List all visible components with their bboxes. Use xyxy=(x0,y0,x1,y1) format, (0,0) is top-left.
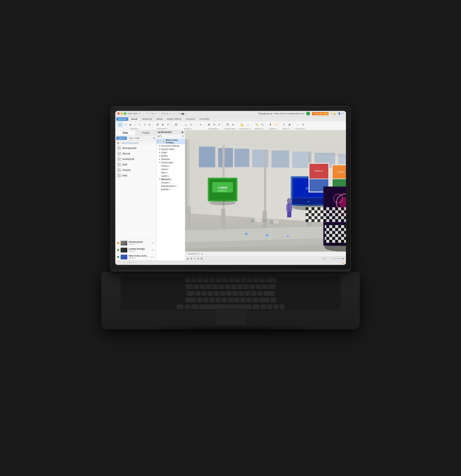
browser-item[interactable]: Lantia 1 xyxy=(157,174,185,178)
browser-item[interactable]: Otso 1 xyxy=(157,171,185,174)
close-button[interactable] xyxy=(117,112,120,115)
list-item[interactable]: Kiinteä pysäri 9/12/23 V1 xyxy=(115,240,156,247)
key-caps[interactable] xyxy=(187,291,194,296)
subscribe-button[interactable]: Subscribe Now xyxy=(312,112,329,115)
create-torus-icon[interactable]: ○ xyxy=(133,122,137,127)
key[interactable] xyxy=(269,284,276,289)
key-down[interactable] xyxy=(273,305,278,309)
tool-btn-2[interactable]: ▷ xyxy=(120,261,123,264)
key[interactable] xyxy=(245,291,250,296)
key-option-right[interactable] xyxy=(261,305,266,309)
key[interactable] xyxy=(228,278,234,283)
nav-pause-btn[interactable]: ⏸ xyxy=(194,257,196,260)
browser-item[interactable]: Divaani 1 xyxy=(157,181,185,184)
key[interactable] xyxy=(257,291,263,296)
key-cmd[interactable] xyxy=(191,305,198,309)
key[interactable] xyxy=(219,284,224,289)
list-item[interactable]: kyltit xyxy=(115,162,156,168)
browser-item[interactable]: ▸ Bodies xyxy=(157,154,185,158)
tab-plastic[interactable]: PLASTIC xyxy=(184,117,197,121)
position-icon2[interactable]: ⊕ xyxy=(301,122,305,127)
key[interactable] xyxy=(194,284,199,289)
automate-icon1[interactable]: ⚙ xyxy=(155,122,161,128)
modify-more-icon[interactable]: ⊕ xyxy=(199,122,203,127)
key[interactable] xyxy=(212,284,218,289)
key-backspace[interactable] xyxy=(266,278,276,283)
design-dropdown[interactable]: DESIGN xyxy=(116,117,129,121)
key-left[interactable] xyxy=(267,305,272,309)
tool-btn-right-2[interactable]: 🔔 xyxy=(342,261,345,264)
list-item[interactable]: Lumme Energia 9/12/23 V1 xyxy=(115,247,156,254)
home-icon[interactable]: 🏠 xyxy=(117,142,119,144)
nav-prev-btn[interactable]: |◀ xyxy=(187,257,189,260)
tab-sheet-metal[interactable]: SHEET METAL xyxy=(165,117,184,121)
key[interactable] xyxy=(203,298,208,303)
viewport-3d[interactable]: TOP FRONT RIGHT ⌂ ⊡ 👁 xyxy=(185,130,346,261)
breadcrumb-link[interactable]: West Arena portal xyxy=(122,142,139,144)
key[interactable] xyxy=(210,278,215,283)
tool-btn-3[interactable]: ⊡ xyxy=(124,261,127,264)
tab-data[interactable]: Data xyxy=(115,130,136,135)
modify-chamfer-icon[interactable]: ◺ xyxy=(184,122,189,127)
tool-btn-right-1[interactable]: ⚙ xyxy=(338,261,341,264)
nav-last-btn[interactable]: ▶| xyxy=(201,257,203,260)
key[interactable] xyxy=(201,291,207,296)
insert-svg-icon[interactable]: 📁 xyxy=(274,122,278,127)
comments-expand-icon[interactable]: ⊕ xyxy=(201,253,203,255)
key[interactable] xyxy=(197,278,203,283)
key-right[interactable] xyxy=(279,305,285,309)
key[interactable] xyxy=(241,278,246,283)
key[interactable] xyxy=(209,298,215,303)
key[interactable] xyxy=(197,298,202,303)
key[interactable] xyxy=(216,298,221,303)
key[interactable] xyxy=(251,291,256,296)
list-item[interactable]: kioskipöytä xyxy=(115,157,156,162)
key-tab[interactable] xyxy=(186,284,193,289)
create-sphere-icon[interactable]: ◉ xyxy=(128,122,132,127)
key[interactable] xyxy=(253,278,259,283)
assemble-new-icon[interactable]: ⊕ xyxy=(206,122,212,128)
assemble-rigid-icon[interactable]: 🔗 xyxy=(217,122,221,127)
key[interactable] xyxy=(222,278,227,283)
list-item[interactable]: Osastot xyxy=(115,168,156,173)
browser-item[interactable]: ▾ Ikkumat 1 xyxy=(157,178,185,181)
key[interactable] xyxy=(256,284,261,289)
key-option[interactable] xyxy=(185,305,190,309)
key-shift-left[interactable] xyxy=(185,298,196,303)
browser-item[interactable]: ▾ 👁 🔒 West Arena, Kumpp... xyxy=(157,138,185,144)
key[interactable] xyxy=(234,298,239,303)
key[interactable] xyxy=(226,291,232,296)
key[interactable] xyxy=(200,284,205,289)
browser-item[interactable]: ▸ Sketches xyxy=(157,158,185,161)
key[interactable] xyxy=(216,278,221,283)
key[interactable] xyxy=(206,284,211,289)
insert-decal-icon[interactable]: ⬇ xyxy=(268,122,273,128)
select-icon2[interactable]: ▣ xyxy=(287,122,292,127)
browser-item[interactable]: Kahnila 1 xyxy=(157,188,185,191)
chevron-left-icon[interactable]: ◀ xyxy=(158,131,160,133)
key[interactable] xyxy=(262,284,268,289)
new-folder-button[interactable]: New Folder xyxy=(128,136,142,140)
create-revolve-icon[interactable]: ↺ xyxy=(143,122,147,127)
assemble-joint-icon[interactable]: ⚙ xyxy=(212,122,217,127)
team-dropdown-icon[interactable]: ▾ xyxy=(139,112,140,115)
browser-expand-icon[interactable]: ▶ xyxy=(182,131,183,133)
configure-icon1[interactable]: ☰ xyxy=(225,122,230,128)
key-ctrl[interactable] xyxy=(177,305,184,309)
key[interactable] xyxy=(208,291,213,296)
modify-scale-icon[interactable]: ↔ xyxy=(194,122,198,127)
key[interactable] xyxy=(214,291,219,296)
key[interactable] xyxy=(239,291,244,296)
key[interactable] xyxy=(228,298,233,303)
tool-btn-1[interactable]: ⊕ xyxy=(116,261,120,264)
create-more-icon[interactable]: ⊕ xyxy=(147,122,152,127)
key-shift-right[interactable] xyxy=(259,298,270,303)
tab-people[interactable]: People xyxy=(136,130,156,135)
key[interactable] xyxy=(235,278,240,283)
key[interactable] xyxy=(204,278,209,283)
browser-item[interactable]: Kiinteakusteet 1 xyxy=(157,184,185,188)
minimize-button[interactable] xyxy=(121,112,123,115)
nav-play-btn[interactable]: ◀ xyxy=(191,257,192,260)
select-icon1[interactable]: ↖ xyxy=(281,122,287,128)
browser-search-icon[interactable]: 🔍 xyxy=(160,135,162,137)
